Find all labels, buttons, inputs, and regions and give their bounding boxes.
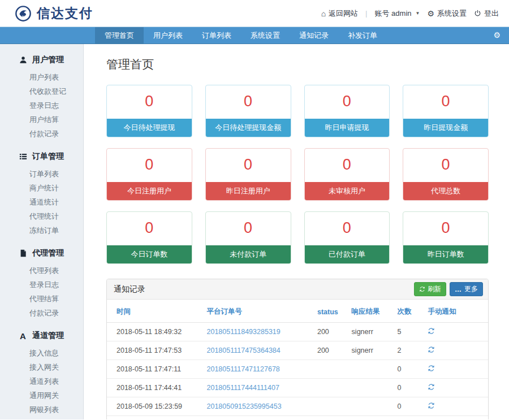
stat-card-label[interactable]: 已付款订单 [305,245,390,263]
brand-logo-icon [15,5,32,22]
stat-card-label[interactable]: 昨日订单数 [403,245,488,263]
cell-order-no: 2018051117444111407 [202,379,313,397]
stat-cards-grid: 0今日待处理提现0今日待处理提现金额0昨日申请提现0昨日提现金额0今日注册用户0… [106,85,489,264]
sidebar-item[interactable]: 订单列表 [0,167,83,181]
sidebar-item[interactable]: 接入网关 [0,360,83,374]
stat-card-label[interactable]: 代理总数 [403,182,488,200]
sidebar-section-title: 代理管理 [32,248,64,258]
sidebar-item[interactable]: 代理统计 [0,209,83,223]
sidebar-item[interactable]: 登录日志 [0,98,83,112]
refresh-button[interactable]: 刷新 [414,282,446,296]
sidebar-item[interactable]: 代理列表 [0,263,83,278]
sidebar-item[interactable]: 接入信息 [0,346,83,360]
nav-tab[interactable]: 用户列表 [144,27,192,44]
account-dropdown[interactable]: 账号 admin ▼ [374,8,420,19]
power-icon [474,10,481,17]
sidebar-item[interactable]: 通道统计 [0,195,83,209]
stat-card-label[interactable]: 今日订单数 [107,245,192,263]
order-no-link[interactable]: 2018050915235995453 [207,402,282,410]
cell-time: 2018-05-09 15:23:59 [107,397,202,416]
brand[interactable]: 信达支付 [15,5,93,22]
stat-card-value: 0 [305,85,390,119]
refresh-icon[interactable] [428,402,435,409]
account-label: 账号 admin [374,8,411,19]
stat-card: 0昨日申请提现 [304,85,390,137]
sidebar-section-title: 用户管理 [32,55,64,65]
cell-manual-notify [423,397,488,416]
user-icon [19,56,27,64]
stat-card: 0已付款订单 [304,211,390,264]
sidebar-section: 代理管理代理列表登录日志代理结算付款记录 [0,243,83,320]
cell-result: signerr [347,341,393,360]
stat-card-label[interactable]: 未付款订单 [206,245,291,263]
cell-order-no: 2018050915235214086 [202,416,313,420]
sidebar-item[interactable]: 付款记录 [0,306,83,320]
nav-tab[interactable]: 通知记录 [290,27,338,44]
main-navbar: 管理首页用户列表订单列表系统设置通知记录补发订单 ⚙ [0,27,509,44]
stat-card-value: 0 [107,85,192,119]
cell-manual-notify [423,323,488,341]
sidebar-item[interactable]: 登录日志 [0,278,83,292]
sidebar-section-title: 通道管理 [32,331,64,341]
logout-link[interactable]: 登出 [474,8,499,19]
stat-card-label[interactable]: 昨日注册用户 [206,182,291,200]
column-header: status [313,300,347,323]
system-settings-link[interactable]: ⚙ 系统设置 [427,8,467,19]
nav-tabs: 管理首页用户列表订单列表系统设置通知记录补发订单 [95,27,387,44]
cell-manual-notify [423,379,488,397]
nav-tab[interactable]: 系统设置 [241,27,290,44]
stat-card-label[interactable]: 今日注册用户 [107,182,192,200]
cell-time: 2018-05-11 17:47:53 [107,341,202,360]
nav-tab[interactable]: 管理首页 [95,27,144,44]
stat-card-value: 0 [107,212,192,245]
sidebar-section-header[interactable]: A通道管理 [0,326,83,346]
table-body: 2018-05-11 18:49:32201805111849328531920… [107,323,488,420]
sidebar-section-header[interactable]: 代理管理 [0,243,83,263]
cell-result [347,397,393,416]
stat-card-value: 0 [403,149,488,182]
order-no-link[interactable]: 2018051118493285319 [207,328,281,336]
cell-status: 200 [313,341,347,360]
panel-actions: 刷新 … 更多 [414,282,483,296]
refresh-icon[interactable] [428,365,435,372]
stat-card-value: 0 [403,85,488,119]
refresh-icon[interactable] [428,346,435,353]
stat-card-label[interactable]: 今日待处理提现 [107,119,192,137]
navbar-gear-icon[interactable]: ⚙ [485,27,509,44]
cell-status [313,397,347,416]
stat-card-label[interactable]: 昨日提现金额 [403,119,488,137]
table-row: 2018-05-09 15:23:5920180509152359954530 [107,397,488,416]
refresh-icon[interactable] [428,327,435,335]
return-site-link[interactable]: ⌂ 返回网站 [321,8,358,19]
stat-card: 0未付款订单 [205,211,291,264]
sidebar-item[interactable]: 通用网关 [0,388,83,402]
cell-count: 0 [392,397,423,416]
sidebar-section-header[interactable]: 订单管理 [0,146,83,167]
column-header: 响应结果 [347,300,393,323]
header-utils: ⌂ 返回网站 | 账号 admin ▼ ⚙ 系统设置 登出 [321,8,499,19]
stat-card-label[interactable]: 未审核用户 [305,182,390,200]
order-no-link[interactable]: 2018051117471127678 [207,365,280,373]
cell-count: 0 [392,379,423,397]
sidebar-item[interactable]: 用户列表 [0,70,83,84]
sidebar-item[interactable]: 网银列表 [0,402,83,417]
cell-order-no: 2018051117471127678 [202,360,313,379]
nav-tab[interactable]: 订单列表 [192,27,241,44]
sidebar-item[interactable]: 代收款登记 [0,84,83,98]
more-button[interactable]: … 更多 [450,282,483,296]
sidebar-item[interactable]: 冻结订单 [0,223,83,237]
order-no-link[interactable]: 2018051117475364384 [207,347,281,354]
nav-tab[interactable]: 补发订单 [338,27,387,44]
refresh-icon[interactable] [428,383,435,391]
order-no-link[interactable]: 2018051117444111407 [207,384,279,392]
sidebar-item[interactable]: 用户结算 [0,112,83,127]
sidebar-section-header[interactable]: 用户管理 [0,50,83,70]
sidebar-item[interactable]: 商户统计 [0,181,83,195]
sidebar-item[interactable]: 付款记录 [0,127,83,141]
sidebar-item[interactable]: 代理结算 [0,292,83,306]
table-row: 2018-05-11 17:47:53201805111747536438420… [107,341,488,360]
stat-card-label[interactable]: 今日待处理提现金额 [206,119,291,137]
sidebar-item[interactable]: 通道列表 [0,374,83,388]
stat-card-label[interactable]: 昨日申请提现 [305,119,390,137]
table-header-row: 时间平台订单号status响应结果次数手动通知 [107,300,488,323]
